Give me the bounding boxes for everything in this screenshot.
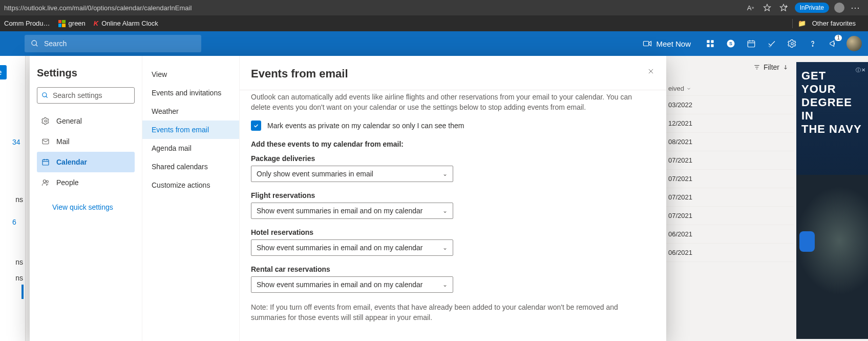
- mail-row[interactable]: 06/2021: [663, 225, 794, 244]
- other-favorites[interactable]: 📁 Other favorites: [798, 19, 856, 27]
- ad-line: DEGREE IN: [801, 96, 863, 123]
- mail-row[interactable]: 12/2021: [663, 114, 794, 133]
- mail-row[interactable]: 07/2021: [663, 188, 794, 207]
- settings-content-panel: Events from email Outlook can automatica…: [240, 56, 666, 341]
- settings-search-placeholder: Search settings: [53, 91, 102, 99]
- hotel-reservations-dropdown[interactable]: Show event summaries in email and on my …: [251, 239, 453, 256]
- bookmark-item[interactable]: Comm Produ…: [4, 19, 50, 27]
- browser-menu-icon[interactable]: ⋯: [849, 1, 863, 15]
- received-column-header[interactable]: eived: [663, 82, 794, 96]
- rental-car-dropdown[interactable]: Show event summaries in email and on my …: [251, 276, 453, 293]
- folder-frag: ns: [15, 195, 23, 204]
- sub-shared-calendars[interactable]: Shared calendars: [142, 157, 239, 176]
- user-avatar[interactable]: [846, 36, 862, 51]
- new-message-frag[interactable]: age: [0, 65, 7, 79]
- filter-button[interactable]: Filter: [753, 63, 789, 71]
- search-input[interactable]: Search: [25, 35, 201, 52]
- mail-row[interactable]: 07/2021: [663, 151, 794, 170]
- svg-rect-27: [43, 139, 49, 144]
- nav-people[interactable]: People: [37, 172, 135, 193]
- nav-general[interactable]: General: [37, 111, 135, 131]
- ad-line: THE NAVY: [801, 123, 863, 136]
- todo-icon[interactable]: [761, 33, 782, 54]
- nav-mail[interactable]: Mail: [37, 131, 135, 152]
- divider: [240, 90, 666, 90]
- mail-row[interactable]: 08/2021: [663, 133, 794, 151]
- view-quick-settings-link[interactable]: View quick settings: [37, 203, 135, 211]
- read-aloud-icon[interactable]: A»: [744, 1, 758, 15]
- search-placeholder: Search: [44, 39, 67, 48]
- svg-marker-1: [780, 4, 787, 11]
- svg-rect-11: [711, 44, 713, 47]
- mail-row[interactable]: 03/2022: [663, 96, 794, 114]
- sub-agenda-mail[interactable]: Agenda mail: [142, 139, 239, 157]
- svg-rect-28: [43, 159, 49, 165]
- browser-profile-avatar[interactable]: [834, 3, 844, 13]
- mail-list-fragment: Filter eived 03/202212/202108/202107/202…: [663, 56, 868, 341]
- mail-row[interactable]: 07/2021: [663, 207, 794, 225]
- gear-icon: [41, 117, 50, 125]
- settings-gear-icon[interactable]: [782, 33, 802, 54]
- nav-calendar[interactable]: Calendar: [37, 152, 135, 172]
- sub-events-invitations[interactable]: Events and invitations: [142, 84, 239, 102]
- settings-left-panel: Settings Search settings General Mail Ca…: [30, 56, 142, 341]
- bookmark-item[interactable]: green: [58, 19, 86, 27]
- favorites-list-icon[interactable]: [776, 1, 791, 15]
- private-events-checkbox-row[interactable]: Mark events as private on my calendar so…: [251, 121, 648, 131]
- calendar-icon[interactable]: [741, 33, 761, 54]
- mail-row[interactable]: 07/2021: [663, 170, 794, 188]
- mail-icon: [41, 137, 50, 146]
- checkbox-checked[interactable]: [251, 121, 261, 131]
- inprivate-badge[interactable]: InPrivate: [795, 3, 829, 13]
- left-rail-fragment: age 34 6 ns ns ns: [0, 56, 26, 341]
- calendar-icon: [41, 158, 50, 166]
- field-label-package: Package deliveries: [251, 154, 648, 163]
- favorite-star-icon[interactable]: [760, 1, 774, 15]
- filter-icon: [753, 64, 760, 71]
- close-button[interactable]: [645, 65, 657, 77]
- bookmark-label: green: [69, 19, 86, 27]
- skype-icon[interactable]: S: [721, 33, 741, 54]
- selection-indicator: [22, 285, 24, 299]
- field-label-rental: Rental car reservations: [251, 265, 648, 273]
- package-deliveries-dropdown[interactable]: Only show event summaries in email ⌄: [251, 166, 453, 182]
- sort-arrow-icon: [782, 64, 789, 70]
- svg-marker-7: [649, 42, 651, 46]
- whats-new-icon[interactable]: 1: [823, 33, 843, 54]
- help-icon[interactable]: [802, 33, 823, 54]
- svg-rect-10: [707, 44, 709, 47]
- nav-label: Calendar: [56, 158, 87, 166]
- microsoft-icon: [58, 20, 66, 27]
- sub-customize-actions[interactable]: Customize actions: [142, 176, 239, 194]
- field-label-flight: Flight reservations: [251, 191, 648, 199]
- bookmark-item[interactable]: K Online Alarm Clock: [94, 19, 158, 27]
- svg-rect-14: [748, 41, 755, 47]
- url-text[interactable]: https://outlook.live.com/mail/0/options/…: [4, 4, 192, 12]
- people-icon: [41, 178, 50, 187]
- bookmark-divider: [792, 19, 793, 28]
- svg-line-5: [36, 45, 37, 46]
- ad-image-detail: [799, 231, 815, 252]
- chevron-down-icon: ⌄: [442, 281, 448, 288]
- teams-icon[interactable]: [700, 33, 721, 54]
- settings-modal: Settings Search settings General Mail Ca…: [30, 56, 666, 341]
- search-icon: [41, 92, 49, 99]
- ad-info-icon[interactable]: ⓘ✕: [856, 64, 866, 77]
- ad-line: GET YOUR: [801, 69, 863, 96]
- mail-row[interactable]: 06/2021: [663, 244, 794, 262]
- check-icon: [253, 123, 259, 129]
- flight-reservations-dropdown[interactable]: Show event summaries in email and on my …: [251, 203, 453, 219]
- sub-view[interactable]: View: [142, 65, 239, 84]
- notification-badge: 1: [835, 35, 842, 41]
- advertisement[interactable]: ⓘ✕ GET YOUR DEGREE IN THE NAVY: [796, 62, 868, 339]
- settings-scroll-area[interactable]: Outlook can automatically add events lik…: [251, 92, 659, 341]
- sub-events-from-email[interactable]: Events from email: [142, 121, 239, 139]
- svg-point-26: [45, 120, 47, 122]
- svg-point-18: [791, 43, 794, 45]
- close-icon: [647, 68, 654, 75]
- panel-heading: Events from email: [251, 67, 655, 81]
- meet-now-button[interactable]: Meet Now: [638, 33, 696, 54]
- sub-weather[interactable]: Weather: [142, 102, 239, 121]
- folder-count: 34: [12, 138, 20, 146]
- settings-search-input[interactable]: Search settings: [37, 87, 135, 104]
